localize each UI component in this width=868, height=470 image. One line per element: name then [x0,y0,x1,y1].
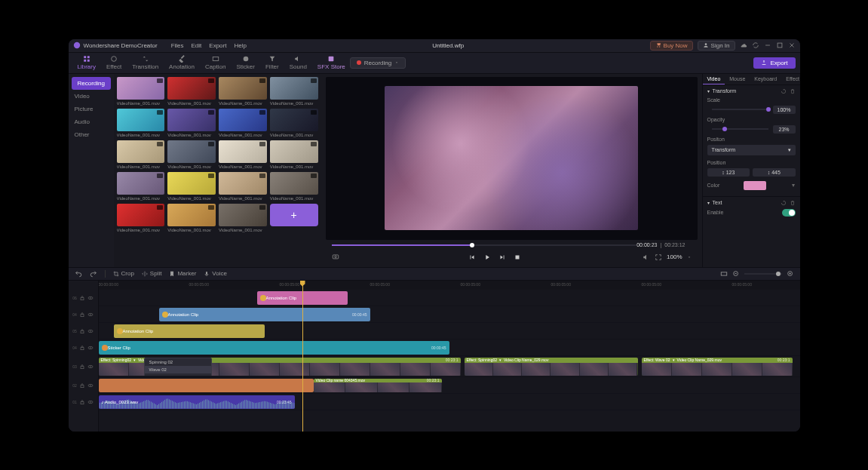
enable-toggle[interactable] [782,209,796,217]
track-header[interactable]: 05 [69,323,98,339]
props-tab-keyboard[interactable]: Keyboard [750,74,781,84]
chevron-down-icon[interactable]: ▾ [673,358,675,362]
lock-icon[interactable] [79,399,85,405]
export-button[interactable]: Export [753,57,795,69]
clip-annotation[interactable]: Annotation Clip [114,324,265,338]
library-item[interactable]: VideoName_001.mov [270,77,318,106]
opacity-slider[interactable] [712,128,768,130]
delete-icon[interactable] [790,200,796,206]
sidebar-item-other[interactable]: Other [69,128,114,141]
library-item[interactable]: VideoName_001.mov [219,172,267,201]
library-item[interactable]: VideoName_001.mov [167,204,216,232]
fit-icon[interactable] [720,270,728,278]
section-transform[interactable]: ▾ Transform [707,88,796,94]
clip-annotation[interactable]: Annotation Clip00:00:45 [159,308,370,321]
crop-tool[interactable]: Crop [113,270,134,277]
minimize-icon[interactable] [764,41,771,49]
close-icon[interactable] [788,41,796,49]
track-header[interactable]: 03 [69,356,98,377]
menu-help[interactable]: Help [234,42,246,49]
lock-icon[interactable] [79,295,85,301]
next-frame-icon[interactable] [498,253,506,261]
split-tool[interactable]: Split [142,270,162,277]
eye-icon[interactable] [87,312,94,318]
props-tab-effect[interactable]: Effect [781,74,799,84]
position-x-input[interactable]: ↕ 123 [707,168,750,177]
tab-transition[interactable]: Transition [127,54,163,72]
chevron-down-icon[interactable] [687,255,692,260]
library-item[interactable]: VideoName_001.mov [219,140,267,169]
eye-icon[interactable] [87,295,94,301]
eye-icon[interactable] [87,328,94,334]
clip-video[interactable]: Effect: Spinning02▾Video Clip Name_029.m… [99,358,461,376]
lock-icon[interactable] [79,345,85,351]
preview-scrubber[interactable]: 00:00:23 | 00:23:12 [326,240,698,250]
clip-sticker[interactable]: Sticker Clip00:00:45 [99,341,449,355]
fx-option[interactable]: Spinning 02 [145,358,211,366]
lock-icon[interactable] [79,364,85,370]
tab-annotation[interactable]: Anotation [164,54,199,72]
track-header[interactable]: 01 [69,394,98,410]
clip-video[interactable]: Video Clip name 004345.mov00:23:1 [314,379,442,392]
library-item[interactable]: VideoName_001.mov [270,140,318,169]
library-item[interactable]: VideoName_001.mov [117,172,165,201]
track-header[interactable]: 04 [69,339,98,356]
eye-icon[interactable] [87,345,94,351]
sidebar-item-recording[interactable]: Recording [72,77,111,90]
scale-slider[interactable] [712,109,768,110]
delete-icon[interactable] [790,88,796,94]
eye-icon[interactable] [87,364,94,370]
position-select[interactable]: Transform▾ [707,145,796,155]
redo-icon[interactable] [90,270,97,278]
lock-icon[interactable] [79,382,85,389]
chevron-down-icon[interactable]: ▾ [133,358,136,362]
chevron-down-icon[interactable]: ▾ [792,182,795,189]
reset-icon[interactable] [781,200,787,206]
position-y-input[interactable]: ↕ 445 [753,168,796,177]
section-text[interactable]: ▾ Text [707,200,796,206]
add-media-button[interactable]: + [270,204,318,226]
menu-edit[interactable]: Edit [192,42,202,49]
sidebar-item-picture[interactable]: Picture [69,103,114,115]
marker-tool[interactable]: Marker [169,270,196,277]
clip-video[interactable]: Effect: Spinning02▾Video Clip Name_029.m… [465,358,638,376]
library-item[interactable]: VideoName_001.mov [167,140,216,169]
opacity-value[interactable]: 23% [773,125,796,134]
library-item[interactable]: VideoName_001.mov [117,109,165,137]
library-item[interactable]: VideoName_001.mov [167,109,216,137]
library-item[interactable]: VideoName_001.mov [270,172,318,201]
menu-export[interactable]: Export [209,42,226,49]
cloud-icon[interactable] [740,41,747,49]
color-swatch[interactable] [744,181,766,190]
sidebar-item-audio[interactable]: Audio [69,115,114,128]
volume-icon[interactable] [643,253,650,261]
tab-sfx[interactable]: SFX Store [313,54,350,72]
preview-canvas[interactable] [326,77,698,240]
playhead[interactable] [302,281,303,432]
clip-audio[interactable]: ♪ Audio_0023.wav 00:23:45 [99,395,295,409]
fullscreen-icon[interactable] [655,253,662,261]
refresh-icon[interactable] [752,41,759,49]
buy-now-button[interactable]: Buy Now [650,41,693,51]
library-item[interactable]: VideoName_001.mov [270,109,318,137]
timeline-tracks[interactable]: 00:00:00:0000:00:05:0000:00:05:0000:00:0… [99,281,800,432]
chevron-down-icon[interactable]: ▾ [499,358,501,362]
props-tab-mouse[interactable]: Mouse [725,74,750,84]
track-header[interactable]: 02 [69,377,98,394]
props-tab-video[interactable]: Video [703,74,725,84]
clip-video[interactable]: Effect: Wave 02▾Video Clip Name_029.mov0… [642,358,793,376]
lock-icon[interactable] [79,328,85,334]
undo-icon[interactable] [75,270,82,278]
library-item[interactable]: VideoName_001.mov [167,77,216,106]
prev-frame-icon[interactable] [468,253,476,261]
library-item[interactable]: VideoName_001.mov [219,109,267,137]
library-item[interactable]: VideoName_001.mov [167,172,216,201]
zoom-out-icon[interactable] [732,270,740,278]
tab-filter[interactable]: Filter [261,54,284,72]
track-header[interactable]: 04 [69,306,98,323]
library-item[interactable]: VideoName_001.mov [117,204,165,232]
lock-icon[interactable] [79,312,85,318]
tab-library[interactable]: Library [73,54,100,72]
sign-in-button[interactable]: Sign In [698,41,735,51]
recording-button[interactable]: Recording [350,57,406,69]
